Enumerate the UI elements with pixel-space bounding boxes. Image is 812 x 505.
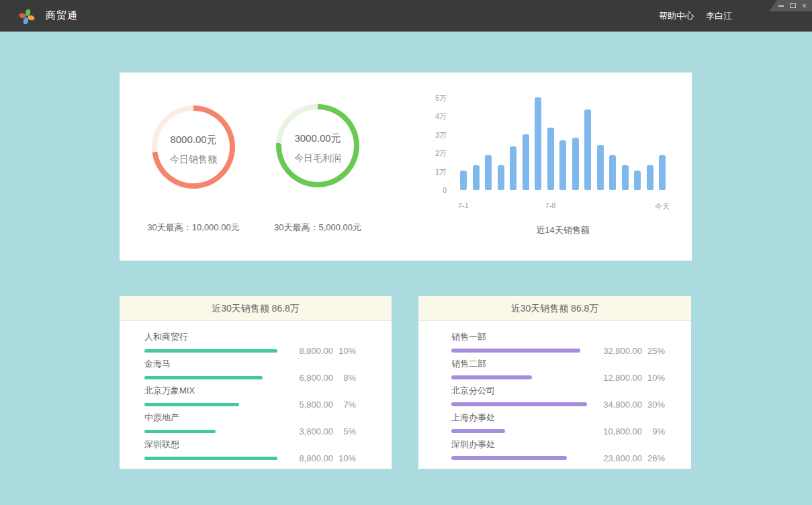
y-axis-tick: 1万 [435,168,447,176]
rank-row: 销售一部32,800.0025% [451,332,665,355]
rank-item-name: 人和商贸行 [144,332,356,342]
rank-item-percent: 30% [642,400,665,410]
sales-14day-bar-chart [460,97,666,190]
today-sales-donut-ring: 8000.00元 今日销售额 [152,105,235,189]
rank-item-percent: 5% [333,426,356,437]
y-axis-tick: 3万 [435,131,447,139]
customer-rank-list: 人和商贸行8,800.0010%金海马6,800.008%北京万象MIX5,80… [120,321,392,463]
rank-item-bar [451,429,505,433]
daily-sales-bar [485,155,492,190]
department-rank-list: 销售一部32,800.0025%销售二部12,800.0010%北京分公司34,… [418,321,691,463]
today-sales-donut: 8000.00元 今日销售额 [152,105,235,189]
daily-sales-bar [647,165,653,190]
x-axis-tick: 今天 [655,201,670,212]
rank-item-percent: 8% [333,373,356,383]
y-axis-tick: 5万 [435,94,447,102]
daily-sales-bar [547,128,554,190]
rank-row: 销售二部12,800.0010% [451,359,665,382]
x-axis-tick: 7-8 [545,201,556,210]
rank-item-name: 深圳联想 [144,439,356,449]
daily-sales-bar [460,171,467,190]
customer-sales-rank-card: 近30天销售额 86.8万 人和商贸行8,800.0010%金海马6,800.0… [120,296,392,469]
rank-item-name: 上海办事处 [451,412,665,422]
help-center-link[interactable]: 帮助中心 [659,10,694,22]
rank-row: 北京分公司34,800.0030% [451,385,665,409]
rank-item-value: 8,800.00 [279,453,333,463]
rank-item-percent: 10% [333,453,356,463]
rank-item-name: 深圳办事处 [451,439,665,449]
rank-item-name: 中原地产 [144,412,356,422]
rank-item-value: 8,800.00 [279,346,333,356]
daily-sales-bar [510,146,516,190]
rank-item-bar [144,376,263,379]
rank-row: 深圳联想8,800.0010% [144,439,356,463]
today-sales-label: 今日销售额 [170,154,217,166]
rank-row: 人和商贸行8,800.0010% [144,332,356,355]
close-button[interactable]: × [802,2,807,10]
daily-sales-bar [634,171,641,190]
rank-item-line: 8,800.0010% [144,453,356,463]
rank-item-line: 5,800.007% [144,400,356,409]
bar-chart-caption: 近14天销售额 [460,224,666,236]
daily-sales-bar [659,155,666,190]
x-axis-tick: 7-1 [458,201,469,210]
rank-item-value: 10,800.00 [588,426,642,437]
rank-item-bar [451,402,587,406]
today-sales-donut-text: 8000.00元 今日销售额 [152,105,235,189]
rank-item-name: 销售一部 [451,332,665,342]
rank-item-value: 12,800.00 [588,373,642,383]
window-controls: × [769,0,812,11]
rank-item-bar [144,457,277,460]
rank-item-percent: 9% [642,426,665,437]
rank-item-percent: 7% [333,400,356,410]
today-profit-donut: 3000.00元 今日毛利润 [276,104,359,187]
y-axis-tick: 0 [443,186,447,194]
rank-item-name: 北京分公司 [451,385,665,396]
daily-sales-bar [523,134,529,190]
overview-card: 8000.00元 今日销售额 30天最高：10,000.00元 3000.00元… [120,73,692,261]
user-name-link[interactable]: 李白江 [706,10,732,22]
rank-item-value: 23,800.00 [588,453,642,463]
pinwheel-logo-icon [19,8,35,24]
rank-item-value: 5,800.00 [279,400,333,410]
rank-row: 北京万象MIX5,800.007% [144,385,356,409]
daily-sales-bar [535,97,541,190]
rank-row: 上海办事处10,800.009% [451,412,665,436]
rank-item-value: 34,800.00 [588,400,642,410]
daily-sales-bar [572,138,579,190]
profit-30day-max: 30天最高：5,000.00元 [244,222,392,234]
rank-item-line: 3,800.005% [144,426,356,436]
rank-item-value: 6,800.00 [279,373,333,383]
rank-item-name: 金海马 [144,359,356,369]
daily-sales-bar [597,145,604,190]
app-window: 商贸通 帮助中心 李白江 × 8000.00元 今日销售额 30天最高：10,0… [0,0,812,505]
today-profit-value: 3000.00元 [294,132,341,145]
rank-row: 金海马6,800.008% [144,359,356,382]
y-axis-tick: 2万 [435,149,447,157]
rank-item-line: 34,800.0030% [451,400,665,409]
rank-row: 深圳办事处23,800.0026% [451,439,665,463]
rank-item-line: 10,800.009% [451,426,665,436]
daily-sales-bar [473,165,480,190]
today-profit-donut-text: 3000.00元 今日毛利润 [276,104,359,187]
daily-sales-bar [584,109,591,190]
rank-item-percent: 26% [642,453,665,463]
minimize-button[interactable] [778,5,784,7]
today-sales-value: 8000.00元 [170,134,216,146]
rank-item-percent: 25% [642,346,665,356]
daily-sales-bar [559,140,566,190]
rank-row: 中原地产3,800.005% [144,412,356,436]
daily-sales-bar [622,165,629,190]
rank-item-bar [451,456,567,460]
customer-rank-card-title: 近30天销售额 86.8万 [120,296,392,321]
titlebar: 商贸通 帮助中心 李白江 × [0,0,812,32]
rank-item-bar [451,349,580,353]
rank-item-name: 北京万象MIX [144,385,356,396]
maximize-button[interactable] [790,3,796,8]
titlebar-links: 帮助中心 李白江 [659,0,732,32]
rank-item-line: 6,800.008% [144,373,356,382]
rank-item-bar [144,349,277,353]
rank-item-line: 23,800.0026% [451,453,665,463]
y-axis-tick: 4万 [435,112,447,120]
rank-item-bar [144,403,239,406]
